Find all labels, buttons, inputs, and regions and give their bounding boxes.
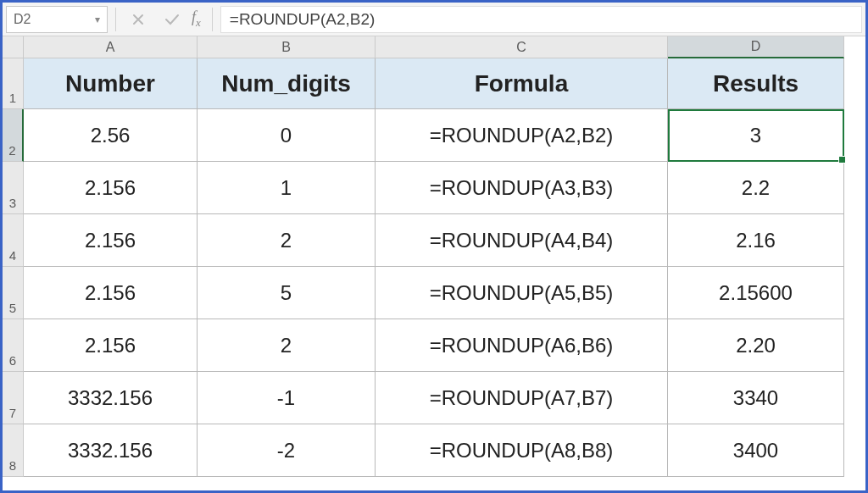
cell-C8[interactable]: =ROUNDUP(A8,B8) — [376, 424, 668, 477]
table-row: 5 2.156 5 =ROUNDUP(A5,B5) 2.15600 — [3, 267, 865, 319]
cell-D2[interactable]: 3 — [668, 109, 844, 162]
cell-B2[interactable]: 0 — [198, 109, 376, 162]
column-header-D[interactable]: D — [668, 36, 844, 58]
cell-A7[interactable]: 3332.156 — [24, 372, 198, 424]
cell-C5[interactable]: =ROUNDUP(A5,B5) — [376, 267, 668, 319]
cell-D3[interactable]: 2.2 — [668, 162, 844, 214]
cancel-icon[interactable] — [124, 8, 153, 30]
row-header-5[interactable]: 5 — [3, 267, 24, 319]
cell-D4[interactable]: 2.16 — [668, 214, 844, 267]
row-header-3[interactable]: 3 — [3, 162, 24, 214]
cell-A6[interactable]: 2.156 — [24, 319, 198, 372]
row-header-6[interactable]: 6 — [3, 319, 24, 372]
cell-A8[interactable]: 3332.156 — [24, 424, 198, 477]
cell-D5[interactable]: 2.15600 — [668, 267, 844, 319]
column-header-A[interactable]: A — [24, 36, 198, 58]
name-box[interactable]: D2 ▾ — [6, 6, 108, 33]
cell-B3[interactable]: 1 — [198, 162, 376, 214]
cell-A4[interactable]: 2.156 — [24, 214, 198, 267]
table-row: 8 3332.156 -2 =ROUNDUP(A8,B8) 3400 — [3, 424, 865, 477]
table-row: 7 3332.156 -1 =ROUNDUP(A7,B7) 3340 — [3, 372, 865, 424]
cell-D7[interactable]: 3340 — [668, 372, 844, 424]
cell-D8[interactable]: 3400 — [668, 424, 844, 477]
column-headers: A B C D — [3, 36, 865, 58]
chevron-down-icon[interactable]: ▾ — [95, 14, 100, 25]
formula-text: =ROUNDUP(A2,B2) — [230, 10, 376, 29]
row-header-1[interactable]: 1 — [3, 58, 24, 109]
column-header-C[interactable]: C — [376, 36, 668, 58]
cell-C4[interactable]: =ROUNDUP(A4,B4) — [376, 214, 668, 267]
table-row: 2 2.56 0 =ROUNDUP(A2,B2) 3 — [3, 109, 865, 162]
confirm-icon[interactable] — [158, 8, 186, 30]
divider — [115, 8, 116, 31]
cell-B4[interactable]: 2 — [198, 214, 376, 267]
table-row: 1 Number Num_digits Formula Results — [3, 58, 865, 109]
cell-D6[interactable]: 2.20 — [668, 319, 844, 372]
cell-B8[interactable]: -2 — [198, 424, 376, 477]
cell-C6[interactable]: =ROUNDUP(A6,B6) — [376, 319, 668, 372]
row-header-4[interactable]: 4 — [3, 214, 24, 267]
cell-B1[interactable]: Num_digits — [198, 58, 376, 109]
cell-C1[interactable]: Formula — [376, 58, 668, 109]
select-all-corner[interactable] — [3, 36, 24, 58]
app-window: D2 ▾ fx =ROUNDUP(A2,B2) A B C D 1 Number — [0, 0, 868, 493]
row-header-8[interactable]: 8 — [3, 424, 24, 477]
cell-B5[interactable]: 5 — [198, 267, 376, 319]
column-header-B[interactable]: B — [198, 36, 376, 58]
cell-D1[interactable]: Results — [668, 58, 844, 109]
spreadsheet-grid[interactable]: A B C D 1 Number Num_digits Formula Resu… — [3, 36, 865, 477]
name-box-value: D2 — [14, 12, 31, 27]
row-header-7[interactable]: 7 — [3, 372, 24, 424]
table-row: 3 2.156 1 =ROUNDUP(A3,B3) 2.2 — [3, 162, 865, 214]
fx-icon[interactable]: fx — [192, 8, 201, 30]
cell-C2[interactable]: =ROUNDUP(A2,B2) — [376, 109, 668, 162]
cell-C7[interactable]: =ROUNDUP(A7,B7) — [376, 372, 668, 424]
formula-input[interactable]: =ROUNDUP(A2,B2) — [220, 6, 862, 33]
cell-A5[interactable]: 2.156 — [24, 267, 198, 319]
cell-A3[interactable]: 2.156 — [24, 162, 198, 214]
table-row: 6 2.156 2 =ROUNDUP(A6,B6) 2.20 — [3, 319, 865, 372]
row-header-2[interactable]: 2 — [3, 109, 24, 162]
table-row: 4 2.156 2 =ROUNDUP(A4,B4) 2.16 — [3, 214, 865, 267]
cell-B7[interactable]: -1 — [198, 372, 376, 424]
cell-A2[interactable]: 2.56 — [24, 109, 198, 162]
divider — [212, 8, 213, 31]
formula-bar: D2 ▾ fx =ROUNDUP(A2,B2) — [3, 3, 865, 36]
cell-B6[interactable]: 2 — [198, 319, 376, 372]
cell-A1[interactable]: Number — [24, 58, 198, 109]
cell-C3[interactable]: =ROUNDUP(A3,B3) — [376, 162, 668, 214]
